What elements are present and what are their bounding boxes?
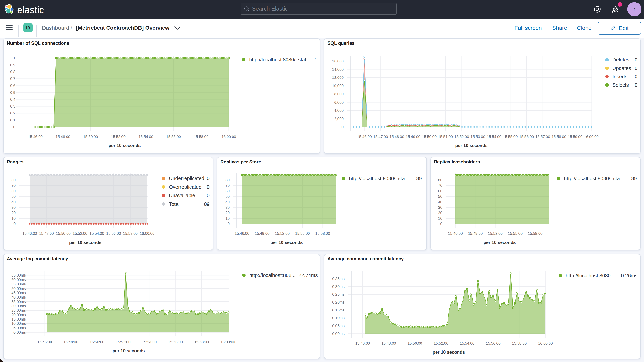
svg-text:15:57:00: 15:57:00 bbox=[536, 134, 550, 139]
svg-text:25.00ms: 25.00ms bbox=[12, 308, 26, 312]
svg-text:80: 80 bbox=[12, 178, 16, 182]
svg-text:80: 80 bbox=[226, 178, 230, 182]
svg-text:15:49:00: 15:49:00 bbox=[255, 231, 270, 236]
svg-text:15:56:00: 15:56:00 bbox=[519, 134, 534, 139]
svg-text:10.00ms: 10.00ms bbox=[12, 321, 26, 326]
svg-text:0.05ms: 0.05ms bbox=[332, 324, 344, 328]
svg-text:0: 0 bbox=[13, 125, 16, 129]
svg-text:45.00ms: 45.00ms bbox=[12, 291, 26, 295]
svg-text:60: 60 bbox=[12, 189, 16, 193]
svg-text:15:49:00: 15:49:00 bbox=[468, 231, 482, 236]
svg-text:16:00:00: 16:00:00 bbox=[584, 134, 599, 139]
svg-text:0.00ms: 0.00ms bbox=[332, 332, 344, 336]
svg-text:10: 10 bbox=[226, 216, 230, 220]
svg-text:50: 50 bbox=[12, 194, 16, 198]
svg-text:0.1: 0.1 bbox=[10, 118, 16, 122]
svg-text:15:59:00: 15:59:00 bbox=[568, 134, 582, 139]
svg-text:50: 50 bbox=[226, 194, 230, 198]
svg-text:15:53:00: 15:53:00 bbox=[470, 134, 485, 139]
svg-text:20.00ms: 20.00ms bbox=[12, 313, 26, 317]
svg-text:15:55:00: 15:55:00 bbox=[295, 231, 310, 236]
svg-text:15:58:00: 15:58:00 bbox=[123, 231, 138, 236]
svg-text:15:46:00: 15:46:00 bbox=[355, 341, 370, 346]
svg-text:0: 0 bbox=[228, 222, 230, 226]
svg-text:12,000: 12,000 bbox=[332, 75, 344, 80]
svg-text:15:49:00: 15:49:00 bbox=[406, 134, 420, 139]
svg-text:10,000: 10,000 bbox=[332, 84, 344, 88]
svg-text:16:00:00: 16:00:00 bbox=[221, 134, 236, 139]
svg-text:15:46:00: 15:46:00 bbox=[357, 134, 372, 139]
svg-text:0: 0 bbox=[342, 125, 344, 129]
svg-text:15:56:00: 15:56:00 bbox=[168, 340, 183, 344]
svg-text:50.00ms: 50.00ms bbox=[12, 286, 26, 291]
svg-text:30: 30 bbox=[12, 205, 16, 210]
svg-text:40.00ms: 40.00ms bbox=[12, 295, 26, 299]
svg-text:0.10ms: 0.10ms bbox=[332, 316, 344, 320]
svg-text:15:54:00: 15:54:00 bbox=[460, 341, 474, 346]
svg-text:15:58:00: 15:58:00 bbox=[552, 134, 566, 139]
svg-text:15:56:00: 15:56:00 bbox=[486, 341, 500, 346]
svg-text:15:54:00: 15:54:00 bbox=[90, 231, 104, 236]
svg-text:15:52:00: 15:52:00 bbox=[73, 231, 87, 236]
svg-text:0.4: 0.4 bbox=[10, 97, 16, 102]
svg-text:20: 20 bbox=[226, 211, 230, 215]
svg-text:15:46:00: 15:46:00 bbox=[235, 231, 249, 236]
svg-text:16:00:00: 16:00:00 bbox=[538, 341, 553, 346]
svg-text:15:58:00: 15:58:00 bbox=[194, 340, 209, 344]
svg-text:30: 30 bbox=[438, 205, 442, 210]
svg-text:0.2: 0.2 bbox=[10, 111, 16, 115]
svg-text:15:54:00: 15:54:00 bbox=[487, 134, 501, 139]
svg-text:40: 40 bbox=[438, 200, 442, 204]
svg-text:15:58:00: 15:58:00 bbox=[194, 134, 208, 139]
svg-text:0.15ms: 0.15ms bbox=[332, 308, 344, 312]
svg-text:40: 40 bbox=[12, 200, 16, 204]
svg-text:20: 20 bbox=[438, 211, 442, 215]
svg-text:15:52:00: 15:52:00 bbox=[434, 341, 448, 346]
svg-text:0.3: 0.3 bbox=[10, 104, 16, 108]
svg-text:70: 70 bbox=[12, 183, 16, 188]
svg-text:15:58:00: 15:58:00 bbox=[512, 341, 527, 346]
svg-text:6,000: 6,000 bbox=[334, 100, 344, 104]
svg-text:15:50:00: 15:50:00 bbox=[408, 341, 422, 346]
svg-text:15:47:00: 15:47:00 bbox=[373, 134, 388, 139]
svg-text:35.00ms: 35.00ms bbox=[12, 300, 26, 304]
svg-text:65.00ms: 65.00ms bbox=[12, 273, 26, 278]
svg-text:15:52:00: 15:52:00 bbox=[454, 134, 469, 139]
svg-text:16,000: 16,000 bbox=[332, 59, 344, 63]
svg-text:per 10 seconds: per 10 seconds bbox=[484, 240, 516, 245]
svg-text:8,000: 8,000 bbox=[334, 92, 344, 96]
svg-text:1: 1 bbox=[13, 56, 16, 60]
svg-text:15:55:00: 15:55:00 bbox=[508, 231, 522, 236]
svg-text:2,000: 2,000 bbox=[334, 116, 344, 121]
svg-text:per 10 seconds: per 10 seconds bbox=[455, 143, 488, 148]
svg-text:0: 0 bbox=[440, 222, 442, 226]
svg-text:per 10 seconds: per 10 seconds bbox=[270, 240, 302, 245]
svg-text:15:56:00: 15:56:00 bbox=[166, 134, 181, 139]
svg-text:per 10 seconds: per 10 seconds bbox=[433, 350, 465, 355]
svg-text:15:50:00: 15:50:00 bbox=[83, 134, 98, 139]
svg-text:15.00ms: 15.00ms bbox=[12, 317, 26, 321]
svg-text:55.00ms: 55.00ms bbox=[12, 282, 26, 286]
svg-text:15:46:00: 15:46:00 bbox=[448, 231, 463, 236]
svg-text:0.20ms: 0.20ms bbox=[332, 300, 344, 304]
svg-text:14,000: 14,000 bbox=[332, 67, 344, 72]
svg-text:70: 70 bbox=[438, 183, 442, 188]
svg-text:15:55:00: 15:55:00 bbox=[503, 134, 518, 139]
svg-text:40: 40 bbox=[226, 200, 230, 204]
svg-text:0.7: 0.7 bbox=[10, 76, 16, 81]
svg-text:15:58:00: 15:58:00 bbox=[315, 231, 330, 236]
svg-text:30.00ms: 30.00ms bbox=[12, 304, 26, 308]
svg-text:70: 70 bbox=[226, 183, 230, 188]
svg-text:15:51:00: 15:51:00 bbox=[438, 134, 453, 139]
svg-text:15:54:00: 15:54:00 bbox=[138, 134, 153, 139]
svg-text:50: 50 bbox=[438, 194, 442, 198]
svg-text:30: 30 bbox=[226, 205, 230, 210]
svg-text:0.9: 0.9 bbox=[10, 63, 16, 67]
svg-text:15:52:00: 15:52:00 bbox=[116, 340, 130, 344]
svg-text:10: 10 bbox=[438, 216, 442, 220]
svg-text:15:56:00: 15:56:00 bbox=[106, 231, 121, 236]
svg-text:15:52:00: 15:52:00 bbox=[111, 134, 126, 139]
svg-text:4,000: 4,000 bbox=[334, 108, 344, 112]
svg-text:15:58:00: 15:58:00 bbox=[528, 231, 542, 236]
svg-text:15:54:00: 15:54:00 bbox=[142, 340, 156, 344]
